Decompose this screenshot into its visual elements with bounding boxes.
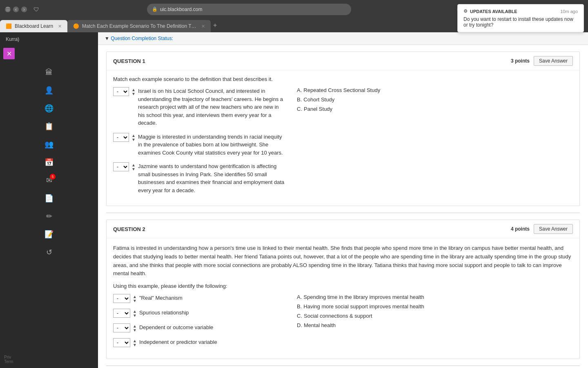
q2-scenario-4-select[interactable]: -ABCD	[113, 338, 130, 347]
answer-1b-label: B.	[297, 96, 302, 103]
question-2-save-answer[interactable]: Save Answer	[534, 224, 573, 234]
question-1-meta: 3 points Save Answer	[511, 56, 573, 66]
q2-scenario-2-select[interactable]: -ABCD	[113, 309, 130, 318]
nav-content-icon[interactable]: 📋	[42, 119, 56, 134]
nav-edit-icon[interactable]: 📝	[42, 227, 56, 242]
question-1-body: Match each example scenario to the defin…	[107, 70, 579, 206]
nav-mail-icon[interactable]: ✉	[42, 173, 56, 188]
scenario-3-select[interactable]: -ABC	[113, 162, 129, 171]
answer-1a-text: Repeated Cross Sectional Study	[303, 87, 380, 93]
nav-tools-icon[interactable]: ✏	[42, 209, 56, 224]
nav-globe-icon[interactable]: 🌐	[42, 101, 56, 116]
answer-1c-label: C.	[297, 106, 302, 112]
close-btn-area: ✕	[0, 46, 98, 61]
answer-2a-text: Spending time in the library improves me…	[303, 294, 424, 300]
nav-group-icon[interactable]: 👥	[42, 137, 56, 152]
scenario-1-select[interactable]: -ABC	[113, 87, 129, 96]
sidebar-bottom: Priv Term	[0, 351, 98, 368]
answer-2a: A. Spending time in the library improves…	[297, 294, 573, 300]
q2-scenario-1-text: "Real" Mechanism	[139, 294, 183, 302]
question-2-answers: A. Spending time in the library improves…	[297, 294, 573, 353]
address-bar[interactable]: 🔒 uic.blackboard.com	[147, 4, 351, 15]
scenario-1: -ABC ▲▼ Israel is on his Local School Co…	[113, 87, 285, 127]
user-name: Kurra)	[6, 36, 19, 42]
answer-2b-text: Having more social support improves ment…	[303, 303, 424, 310]
question-2-meta: 4 points Save Answer	[511, 224, 573, 234]
content-area: ▼ Question Completion Status: QUESTION 1…	[98, 32, 588, 368]
answer-1c: C. Panel Study	[297, 106, 573, 112]
answer-2c: C. Social connections & support	[297, 313, 573, 319]
question-2-header: QUESTION 2 4 points Save Answer	[107, 220, 579, 238]
question-2-points: 4 points	[511, 226, 530, 232]
q2-scenario-2: -ABCD ▲▼ Spurious relationship	[113, 309, 285, 318]
answer-1c-text: Panel Study	[304, 106, 332, 112]
question-1-block: QUESTION 1 3 points Save Answer Match ea…	[106, 52, 580, 206]
answer-2d-text: Mental health	[304, 322, 336, 328]
question-1-title: QUESTION 1	[113, 58, 145, 64]
q2-scenario-3: -ABCD ▲▼ Dependent or outcome variable	[113, 323, 285, 332]
q2-scenario-1-arrows[interactable]: ▲▼	[133, 294, 137, 303]
question-1-answers: A. Repeated Cross Sectional Study B. Coh…	[297, 87, 573, 200]
q2-scenario-4-text: Indepdenent or predictor variable	[139, 338, 217, 346]
answer-2b: B. Having more social support improves m…	[297, 303, 573, 310]
scenario-3-text: Jazmine wants to understand how gentrifi…	[138, 162, 285, 194]
tab-blackboard[interactable]: 🟧 Blackboard Learn ✕	[0, 20, 67, 32]
tab-chegg-label: Match Each Example Scenario To The Defin…	[82, 23, 196, 29]
answer-2c-label: C.	[297, 313, 302, 319]
q2-scenario-2-text: Spurious relationship	[139, 309, 189, 317]
q2-scenario-1: -ABCD ▲▼ "Real" Mechanism	[113, 294, 285, 303]
q2-scenario-4-arrows[interactable]: ▲▼	[133, 338, 137, 347]
q2-scenario-3-arrows[interactable]: ▲▼	[133, 323, 137, 332]
nav-list-icon[interactable]: 📄	[42, 191, 56, 206]
new-tab-btn[interactable]: +	[213, 22, 217, 29]
nav-institution-icon[interactable]: 🏛	[42, 65, 56, 80]
nav-refresh-icon[interactable]: ↺	[42, 245, 56, 260]
nav-calendar-icon[interactable]: 📅	[42, 155, 56, 170]
question-1-header: QUESTION 1 3 points Save Answer	[107, 52, 579, 70]
update-notification: ⚙ UPDATES AVAILABLE 10m ago Do you want …	[457, 4, 584, 32]
scenario-3: -ABC ▲▼ Jazmine wants to understand how …	[113, 162, 285, 194]
update-time: 10m ago	[560, 9, 578, 14]
q2-scenario-3-text: Dependent or outcome variable	[139, 323, 213, 332]
scenario-3-arrows[interactable]: ▲▼	[131, 162, 136, 171]
tab-chegg-close[interactable]: ✕	[201, 24, 205, 29]
completion-status-bar[interactable]: ▼ Question Completion Status:	[98, 32, 588, 45]
nav-user-icon[interactable]: 👤	[42, 83, 56, 98]
lock-icon: 🔒	[152, 7, 158, 12]
back-btn[interactable]: ‹	[13, 7, 19, 12]
browser-sidebar: Kurra) ✕ 🏛 👤 🌐 📋 👥 📅 ✉ 📄 ✏ 📝 ↺ Priv Term	[0, 32, 98, 368]
separator-2	[106, 366, 580, 366]
question-2-body: Fatima is intrested in understanding how…	[107, 238, 579, 359]
tab-chegg[interactable]: 🟠 Match Each Example Scenario To The Def…	[67, 20, 211, 32]
answer-1b: B. Cohort Study	[297, 96, 573, 103]
question-1-scenarios: -ABC ▲▼ Israel is on his Local School Co…	[113, 87, 285, 200]
tab-blackboard-label: Blackboard Learn	[15, 23, 53, 29]
close-x-button[interactable]: ✕	[3, 48, 15, 59]
answer-2a-label: A.	[297, 294, 302, 300]
tab-blackboard-close[interactable]: ✕	[58, 24, 62, 29]
question-1-instruction: Match each example scenario to the defin…	[113, 76, 573, 82]
q2-scenario-3-select[interactable]: -ABCD	[113, 323, 130, 332]
question-2-instruction: Using this example, please identify the …	[113, 283, 573, 289]
question-2-block: QUESTION 2 4 points Save Answer Fatima i…	[106, 220, 580, 359]
update-body: Do you want to restart to install these …	[463, 16, 578, 28]
address-text: uic.blackboard.com	[160, 7, 202, 12]
scenario-2-select[interactable]: -ABC	[113, 133, 129, 142]
forward-btn[interactable]: ›	[21, 7, 27, 12]
sidebar-toggle-btn[interactable]: ☰	[5, 7, 11, 12]
scenario-2-arrows[interactable]: ▲▼	[131, 133, 136, 142]
question-1-points: 3 points	[511, 58, 530, 64]
update-title: ⚙ UPDATES AVAILABLE	[463, 9, 517, 14]
answer-2d-label: D.	[297, 322, 302, 328]
question-1-save-answer[interactable]: Save Answer	[534, 56, 573, 66]
q2-scenario-1-select[interactable]: -ABCD	[113, 294, 130, 303]
question-1-match-container: -ABC ▲▼ Israel is on his Local School Co…	[113, 87, 573, 200]
scenario-1-arrows[interactable]: ▲▼	[131, 87, 136, 96]
completion-status-label: Question Completion Status:	[111, 36, 173, 41]
answer-1a-label: A.	[297, 87, 302, 93]
question-2-scenarios: -ABCD ▲▼ "Real" Mechanism -ABCD ▲▼ Sp	[113, 294, 285, 353]
nav-icons: 🏛 👤 🌐 📋 👥 📅 ✉ 📄 ✏ 📝 ↺	[0, 61, 98, 264]
main-layout: Kurra) ✕ 🏛 👤 🌐 📋 👥 📅 ✉ 📄 ✏ 📝 ↺ Priv Term…	[0, 32, 588, 368]
q2-scenario-2-arrows[interactable]: ▲▼	[133, 309, 137, 318]
question-2-description: Fatima is intrested in understanding how…	[113, 244, 573, 278]
